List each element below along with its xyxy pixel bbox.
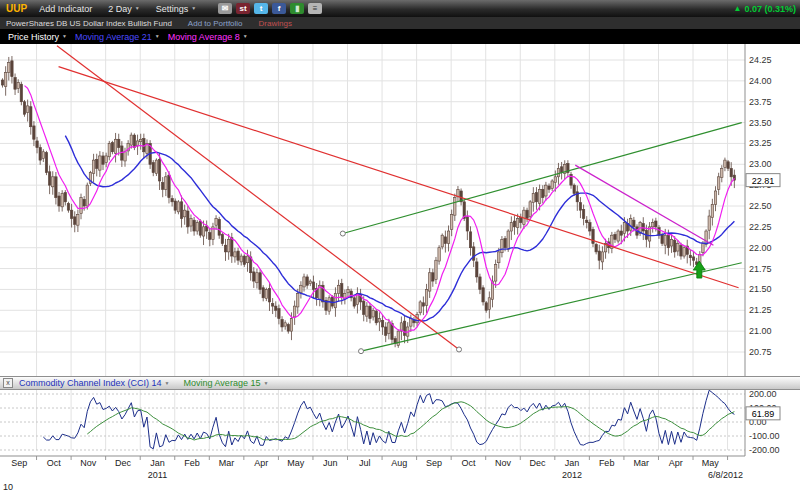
svg-text:24.00: 24.00 xyxy=(749,76,772,86)
svg-text:Nov: Nov xyxy=(80,458,97,468)
share-chart-icon[interactable]: ▮ xyxy=(290,3,304,14)
svg-text:Jan: Jan xyxy=(565,458,580,468)
svg-text:23.75: 23.75 xyxy=(749,97,772,107)
svg-text:Jan: Jan xyxy=(150,458,165,468)
svg-text:6/8/2012: 6/8/2012 xyxy=(708,470,743,480)
title-bar: PowerShares DB US Dollar Index Bullish F… xyxy=(0,17,800,29)
svg-text:20.75: 20.75 xyxy=(749,347,772,357)
svg-text:Nov: Nov xyxy=(495,458,512,468)
cci-label: Commodity Channel Index (CCI) 14 xyxy=(19,378,162,388)
trendlines xyxy=(57,46,742,354)
svg-text:22.50: 22.50 xyxy=(749,201,772,211)
email-icon[interactable]: ✉ xyxy=(218,3,232,14)
svg-text:Mar: Mar xyxy=(219,458,235,468)
cci-header-bar: x Commodity Channel Index (CCI) 14 ▼ Mov… xyxy=(0,376,800,390)
svg-text:Sep: Sep xyxy=(426,458,442,468)
ma8-label: Moving Average 8 xyxy=(168,32,240,42)
stocktwits-icon[interactable]: st xyxy=(236,3,250,14)
svg-text:24.25: 24.25 xyxy=(749,55,772,65)
cci-ma-dropdown[interactable]: Moving Average 15 ▼ xyxy=(184,378,269,388)
svg-text:Jun: Jun xyxy=(323,458,338,468)
legend-bar: Price History ▼ Moving Average 21 ▼ Movi… xyxy=(0,29,800,44)
svg-text:May: May xyxy=(287,458,305,468)
svg-text:Feb: Feb xyxy=(599,458,615,468)
add-indicator-label: Add Indicator xyxy=(39,4,92,14)
period-label: 2 Day xyxy=(108,4,132,14)
settings-label: Settings xyxy=(156,4,189,14)
svg-text:23.25: 23.25 xyxy=(749,138,772,148)
svg-text:Apr: Apr xyxy=(254,458,268,468)
chevron-down-icon: ▼ xyxy=(165,381,170,386)
svg-text:2012: 2012 xyxy=(562,470,582,480)
chevron-down-icon: ▼ xyxy=(135,6,140,11)
svg-text:Feb: Feb xyxy=(184,458,200,468)
add-to-portfolio-link[interactable]: Add to Portfolio xyxy=(188,19,243,28)
settings-button[interactable]: Settings ▼ xyxy=(156,4,196,14)
axis-labels: 24.2524.0023.7523.5023.2523.0022.7522.50… xyxy=(749,55,780,455)
add-indicator-button[interactable]: Add Indicator xyxy=(39,4,92,14)
svg-text:Oct: Oct xyxy=(47,458,62,468)
cci-lines xyxy=(43,390,734,449)
svg-text:21.50: 21.50 xyxy=(749,284,772,294)
chevron-down-icon: ▼ xyxy=(243,34,248,39)
svg-text:Apr: Apr xyxy=(669,458,683,468)
svg-text:10: 10 xyxy=(3,482,13,492)
fund-name: PowerShares DB US Dollar Index Bullish F… xyxy=(6,19,172,28)
ma21-dropdown[interactable]: Moving Average 21 ▼ xyxy=(75,32,160,42)
cci-ma-label: Moving Average 15 xyxy=(184,378,261,388)
gridlines xyxy=(0,44,745,460)
top-toolbar: UUP Add Indicator 2 Day ▼ Settings ▼ ✉st… xyxy=(0,0,800,17)
svg-text:Sep: Sep xyxy=(11,458,27,468)
facebook-icon[interactable]: f xyxy=(272,3,286,14)
svg-text:Dec: Dec xyxy=(115,458,132,468)
svg-text:21.00: 21.00 xyxy=(749,326,772,336)
svg-text:May: May xyxy=(702,458,720,468)
svg-text:21.25: 21.25 xyxy=(749,305,772,315)
chart-region: 24.2524.0023.7523.5023.2523.0022.7522.50… xyxy=(0,44,800,496)
ma8-dropdown[interactable]: Moving Average 8 ▼ xyxy=(168,32,248,42)
svg-text:Aug: Aug xyxy=(391,458,407,468)
cci-dropdown[interactable]: Commodity Channel Index (CCI) 14 ▼ xyxy=(19,378,170,388)
svg-text:23.50: 23.50 xyxy=(749,118,772,128)
svg-text:22.81: 22.81 xyxy=(752,176,775,186)
twitter-icon[interactable]: t xyxy=(254,3,268,14)
svg-text:Mar: Mar xyxy=(633,458,649,468)
svg-text:Dec: Dec xyxy=(530,458,547,468)
chevron-down-icon: ▼ xyxy=(191,6,196,11)
share-icons-group: ✉sttf▮≡ xyxy=(218,3,322,14)
candlesticks xyxy=(1,56,735,348)
chevron-down-icon: ▼ xyxy=(155,34,160,39)
svg-text:2011: 2011 xyxy=(148,470,167,480)
price-change-text: 0.07 (0.31%) xyxy=(744,4,796,14)
svg-text:22.00: 22.00 xyxy=(749,243,772,253)
price-change-indicator: ▲ 0.07 (0.31%) xyxy=(734,0,796,17)
price-history-dropdown[interactable]: Price History ▼ xyxy=(8,32,67,42)
chevron-down-icon: ▼ xyxy=(62,34,67,39)
ma21-label: Moving Average 21 xyxy=(75,32,152,42)
svg-text:200.00: 200.00 xyxy=(749,389,777,399)
svg-text:23.00: 23.00 xyxy=(749,159,772,169)
price-history-label: Price History xyxy=(8,32,59,42)
svg-text:21.75: 21.75 xyxy=(749,264,772,274)
period-dropdown[interactable]: 2 Day ▼ xyxy=(108,4,139,14)
chevron-down-icon: ▼ xyxy=(263,381,268,386)
print-icon[interactable]: ≡ xyxy=(308,3,322,14)
symbol-label: UUP xyxy=(6,3,27,14)
chart-canvas[interactable]: 24.2524.0023.7523.5023.2523.0022.7522.50… xyxy=(0,44,800,496)
svg-text:Oct: Oct xyxy=(461,458,476,468)
up-arrow-icon: ▲ xyxy=(734,4,742,13)
x-axis-labels: SepOctNovDecJanFebMarAprMayJunJulAugSepO… xyxy=(3,458,743,492)
drawings-menu[interactable]: Drawings xyxy=(259,19,292,28)
buy-arrow-icon xyxy=(693,261,705,278)
svg-text:-200.00: -200.00 xyxy=(749,445,780,455)
close-indicator-button[interactable]: x xyxy=(3,378,13,388)
svg-text:-100.00: -100.00 xyxy=(749,431,780,441)
svg-text:61.89: 61.89 xyxy=(752,409,775,419)
svg-text:Jul: Jul xyxy=(359,458,371,468)
svg-text:22.25: 22.25 xyxy=(749,222,772,232)
